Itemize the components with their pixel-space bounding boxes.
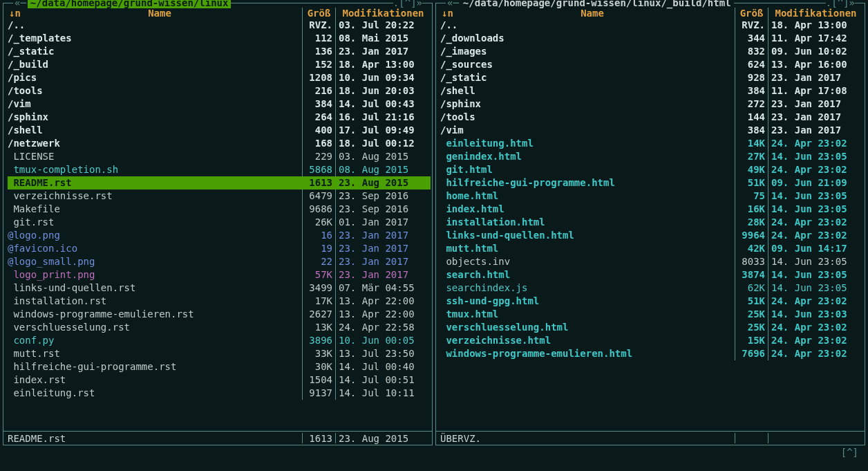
file-row[interactable]: /sphinx26416. Jul 21:16	[8, 111, 431, 124]
file-mtime: 23. Sep 2016	[335, 203, 431, 216]
file-mtime: 14. Jun 23:05	[768, 268, 863, 281]
right-file-list[interactable]: /..RVZ.18. Apr 13:00/_downloads34411. Ap…	[436, 19, 865, 431]
col-header-size[interactable]: Größ	[302, 8, 335, 19]
file-row[interactable]: @logo_small.png2223. Jan 2017	[8, 255, 431, 268]
file-name: /shell	[8, 124, 302, 137]
file-size: 42K	[735, 242, 768, 255]
file-row[interactable]: /..RVZ.18. Apr 13:00	[440, 19, 863, 32]
file-row[interactable]: /tools21618. Jun 20:03	[8, 84, 431, 98]
file-name: mutt.html	[440, 242, 735, 255]
file-size: 624	[735, 58, 768, 71]
file-row[interactable]: links-und-quellen.rst349907. Mär 04:55	[8, 281, 431, 295]
file-row[interactable]: home.html7514. Jun 23:05	[440, 190, 863, 203]
col-header-name[interactable]: Name	[17, 8, 302, 19]
file-size: 7696	[735, 347, 768, 360]
file-mtime: 13. Apr 22:00	[335, 295, 431, 308]
file-row[interactable]: /_static13623. Jan 2017	[8, 45, 431, 58]
file-row[interactable]: einleitung.html14K24. Apr 23:02	[440, 137, 863, 150]
file-row[interactable]: /pics120810. Jun 09:34	[8, 71, 431, 84]
file-row[interactable]: /vim38423. Jan 2017	[440, 124, 863, 137]
file-row[interactable]: installation.rst17K13. Apr 22:00	[8, 295, 431, 308]
file-size: 384	[735, 124, 768, 137]
file-row[interactable]: git.rst26K01. Jan 2017	[8, 216, 431, 229]
file-name: @favicon.ico	[8, 242, 302, 255]
left-column-headers[interactable]: ↓n Name Größ Modifikationen	[3, 8, 432, 19]
left-panel-title: «─ ~/data/homepage/grund-wissen/linux .[…	[10, 0, 425, 8]
file-row[interactable]: genindex.html27K14. Jun 23:05	[440, 150, 863, 163]
file-row[interactable]: /sphinx27223. Jan 2017	[440, 98, 863, 111]
file-row[interactable]: mutt.html42K09. Jun 14:17	[440, 242, 863, 255]
file-row[interactable]: verschluesselung.rst13K24. Apr 22:58	[8, 321, 431, 334]
left-panel[interactable]: «─ ~/data/homepage/grund-wissen/linux .[…	[3, 3, 433, 445]
file-row[interactable]: tmux-completion.sh586808. Aug 2015	[8, 163, 431, 176]
file-size: 25K	[735, 321, 768, 334]
right-panel-controls[interactable]: .[^]»	[826, 0, 855, 8]
file-row[interactable]: /shell38411. Apr 17:08	[440, 84, 863, 98]
file-row[interactable]: index.rst150414. Jul 00:51	[8, 373, 431, 387]
file-name: README.rst	[8, 176, 302, 190]
file-row[interactable]: index.html16K14. Jun 23:05	[440, 203, 863, 216]
file-size: 22	[302, 255, 335, 268]
col-header-size[interactable]: Größ	[735, 8, 768, 19]
left-panel-controls[interactable]: .[^]»	[393, 0, 422, 8]
file-row[interactable]: /_static92823. Jan 2017	[440, 71, 863, 84]
file-mtime: 24. Apr 23:02	[768, 334, 863, 347]
file-row[interactable]: verzeichnisse.rst647923. Sep 2016	[8, 190, 431, 203]
file-row[interactable]: installation.html28K24. Apr 23:02	[440, 216, 863, 229]
file-row[interactable]: ssh-und-gpg.html51K24. Apr 23:02	[440, 295, 863, 308]
file-name: conf.py	[8, 334, 302, 347]
left-panel-path[interactable]: ~/data/homepage/grund-wissen/linux	[28, 0, 232, 8]
col-header-mod[interactable]: Modifikationen	[768, 8, 863, 19]
sort-indicator-icon[interactable]: ↓n	[437, 8, 450, 19]
file-row[interactable]: git.html49K24. Apr 23:02	[440, 163, 863, 176]
file-size: 33K	[302, 347, 335, 360]
file-name: /_sources	[440, 58, 735, 71]
file-row[interactable]: hilfreiche-gui-programme.html51K09. Jun …	[440, 176, 863, 190]
file-mtime: 24. Apr 23:02	[768, 295, 863, 308]
file-row[interactable]: hilfreiche-gui-programme.rst30K14. Jul 0…	[8, 360, 431, 373]
file-row[interactable]: links-und-quellen.html996424. Apr 23:02	[440, 229, 863, 242]
file-row[interactable]: mutt.rst33K13. Jul 23:50	[8, 347, 431, 360]
file-row[interactable]: @logo.png1623. Jan 2017	[8, 229, 431, 242]
file-row[interactable]: LICENSE22903. Aug 2015	[8, 150, 431, 163]
file-row[interactable]: /_templates11208. Mai 2015	[8, 32, 431, 45]
right-panel[interactable]: «─ ~/data/homepage/grund-wissen/linux/_b…	[435, 3, 865, 445]
file-row[interactable]: conf.py389610. Jun 00:05	[8, 334, 431, 347]
right-column-headers[interactable]: ↓n Name Größ Modifikationen	[436, 8, 865, 19]
file-row[interactable]: /vim38414. Jul 00:43	[8, 98, 431, 111]
file-row[interactable]: /_sources62413. Apr 16:00	[440, 58, 863, 71]
file-size: 49K	[735, 163, 768, 176]
file-row[interactable]: /_build15218. Apr 13:00	[8, 58, 431, 71]
file-row[interactable]: /_downloads34411. Apr 17:42	[440, 32, 863, 45]
file-size: 75	[735, 190, 768, 203]
panel-arrow-icon: «─	[446, 0, 460, 8]
file-row[interactable]: Makefile968623. Sep 2016	[8, 203, 431, 216]
sort-indicator-icon[interactable]: ↓n	[5, 8, 17, 19]
file-row[interactable]: verzeichnisse.html15K24. Apr 23:02	[440, 334, 863, 347]
col-header-name[interactable]: Name	[450, 8, 735, 19]
left-file-list[interactable]: /..RVZ.03. Jul 20:22/_templates11208. Ma…	[3, 19, 432, 431]
file-row[interactable]: logo_print.png57K23. Jan 2017	[8, 268, 431, 281]
file-row[interactable]: windows-programme-emulieren.html769624. …	[440, 347, 863, 360]
col-header-mod[interactable]: Modifikationen	[335, 8, 431, 19]
file-size: 51K	[735, 295, 768, 308]
file-row[interactable]: verschluesselung.html25K24. Apr 23:02	[440, 321, 863, 334]
file-row[interactable]: windows-programme-emulieren.rst262713. A…	[8, 308, 431, 321]
right-panel-path[interactable]: ~/data/homepage/grund-wissen/linux/_buil…	[460, 0, 734, 8]
file-size: 1208	[302, 71, 335, 84]
file-name: /vim	[8, 98, 302, 111]
file-row[interactable]: /netzwerk16818. Jul 00:12	[8, 137, 431, 150]
file-name: logo_print.png	[8, 268, 302, 281]
file-row[interactable]: README.rst161323. Aug 2015	[8, 176, 431, 190]
file-row[interactable]: search.html387414. Jun 23:05	[440, 268, 863, 281]
file-row[interactable]: searchindex.js62K14. Jun 23:05	[440, 281, 863, 295]
file-row[interactable]: /_images83209. Jun 10:02	[440, 45, 863, 58]
file-row[interactable]: /..RVZ.03. Jul 20:22	[8, 19, 431, 32]
file-row[interactable]: objects.inv803314. Jun 23:05	[440, 255, 863, 268]
file-row[interactable]: einleitung.rst913714. Jul 10:11	[8, 387, 431, 400]
file-row[interactable]: /shell40017. Jul 09:49	[8, 124, 431, 137]
file-row[interactable]: @favicon.ico1923. Jan 2017	[8, 242, 431, 255]
file-mtime: 03. Jul 20:22	[335, 19, 431, 32]
file-row[interactable]: tmux.html25K14. Jun 23:03	[440, 308, 863, 321]
file-row[interactable]: /tools14423. Jan 2017	[440, 111, 863, 124]
